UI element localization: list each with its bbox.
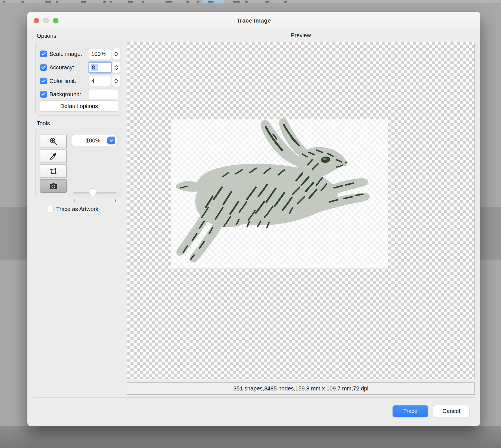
color-limit-label: Color limit: <box>49 78 76 84</box>
scale-image-field[interactable]: 100% <box>89 49 111 59</box>
stepper-down-icon <box>114 54 118 56</box>
camera-tool-button[interactable] <box>40 179 67 193</box>
color-limit-stepper[interactable] <box>112 75 120 87</box>
checkmark-icon <box>42 79 45 83</box>
trace-image-dialog: Trace Image Options Scale image: 100% <box>27 12 480 426</box>
slider-thumb[interactable] <box>89 188 97 198</box>
stepper-down-icon <box>114 82 118 84</box>
scale-image-label: Scale image: <box>49 51 82 57</box>
trace-as-artwork-label: Trace as Artwork <box>56 206 98 212</box>
options-group: Scale image: 100% Accuracy: 8 <box>35 41 122 116</box>
preview-zoom-select[interactable]: 100% <box>71 135 117 146</box>
stepper-up-icon <box>114 79 118 81</box>
tools-group: 100% <box>35 128 122 198</box>
stepper-up-icon <box>114 52 118 54</box>
options-section-label: Options <box>37 33 56 39</box>
trace-region-icon <box>49 167 58 176</box>
checkmark-icon <box>42 66 45 69</box>
checkmark-icon <box>42 52 45 56</box>
background-color-swatch[interactable] <box>89 89 118 99</box>
trace-statusbar: 351 shapes,3485 nodes,159.8 mm x 109.7 m… <box>127 382 475 395</box>
stepper-up-icon <box>114 65 118 67</box>
scale-image-checkbox[interactable] <box>40 50 47 57</box>
checkmark-icon <box>42 93 45 96</box>
eyedropper-tool-button[interactable] <box>40 150 67 163</box>
accuracy-field[interactable]: 8 <box>89 62 112 73</box>
color-limit-value: 4 <box>91 78 94 84</box>
trace-as-artwork-checkbox[interactable] <box>47 206 54 212</box>
trace-region-tool-button[interactable] <box>40 164 67 178</box>
accuracy-stepper[interactable] <box>112 62 120 73</box>
accuracy-label: Accuracy: <box>49 64 74 71</box>
trace-as-artwork-row: Trace as Artwork <box>47 206 98 212</box>
accuracy-checkbox[interactable] <box>40 64 47 71</box>
footer-separator <box>33 398 475 398</box>
scale-image-value: 100% <box>91 51 106 57</box>
scale-image-stepper[interactable] <box>112 48 120 60</box>
preview-zoom-value: 100% <box>71 137 107 144</box>
desktop-bottom <box>0 426 501 448</box>
background-label: Background: <box>49 91 81 98</box>
color-limit-checkbox[interactable] <box>40 78 47 84</box>
cancel-button[interactable]: Cancel <box>433 405 469 417</box>
chevron-down-icon <box>107 137 115 144</box>
trace-status-text: 351 shapes,3485 nodes,159.8 mm x 109.7 m… <box>233 385 368 392</box>
tools-section-label: Tools <box>37 120 50 127</box>
camera-icon <box>49 182 58 191</box>
zoom-in-icon <box>49 137 58 146</box>
background-tabstrip <box>0 0 501 3</box>
trace-button[interactable]: Trace <box>393 405 428 417</box>
background-checkbox[interactable] <box>40 91 47 98</box>
zoom-tool-button[interactable] <box>40 135 67 148</box>
preview-section-label: Preview <box>127 32 475 39</box>
zoom-slider[interactable] <box>73 188 117 201</box>
traced-hare-image <box>170 117 370 265</box>
eyedropper-icon <box>49 152 58 161</box>
stepper-down-icon <box>114 68 118 70</box>
screen: Trace Image Options Scale image: 100% <box>0 0 501 448</box>
titlebar: Trace Image <box>27 12 480 29</box>
color-limit-field[interactable]: 4 <box>89 76 111 86</box>
default-options-button[interactable]: Default options <box>40 101 118 111</box>
accuracy-value-selected: 8 <box>91 64 98 71</box>
dialog-title: Trace Image <box>27 12 480 29</box>
preview-canvas[interactable] <box>127 42 475 379</box>
